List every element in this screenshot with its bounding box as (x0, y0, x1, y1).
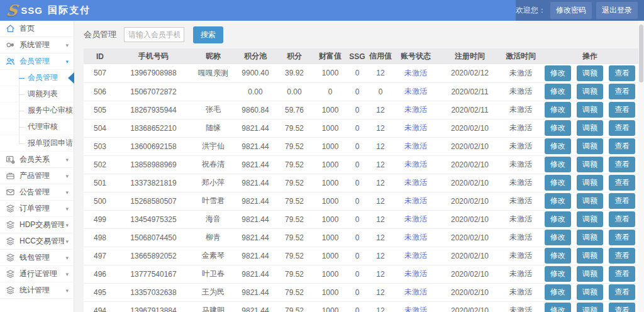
account-status-link[interactable]: 未激活 (393, 64, 438, 82)
cell-wealth: 1000 (314, 265, 347, 283)
cell-activate-time: 未激活 (501, 192, 540, 210)
modify-button[interactable]: 修改 (545, 230, 571, 245)
adjust-quota-button[interactable]: 调额 (577, 84, 603, 99)
logout-button[interactable]: 退出登录 (596, 2, 638, 19)
sidebar-item-statistics[interactable]: 统计管理 ▾ (0, 282, 74, 299)
cell-wealth: 1000 (314, 119, 347, 137)
cell-wealth: 1000 (314, 64, 347, 82)
member-phone-input[interactable] (124, 27, 184, 42)
top-header: S SSG 国际支付 欢迎您： 修改密码 退出登录 (0, 0, 644, 21)
adjust-quota-button[interactable]: 调额 (577, 303, 603, 312)
view-button[interactable]: 查看 (609, 193, 635, 209)
cell-wealth: 1000 (314, 228, 347, 247)
adjust-quota-button[interactable]: 调额 (577, 266, 603, 282)
sidebar-item-label: 产品管理 (19, 170, 64, 181)
chevron-down-icon: ▾ (65, 173, 69, 179)
adjust-quota-button[interactable]: 调额 (577, 102, 603, 118)
account-status-link[interactable]: 未激活 (393, 155, 438, 174)
adjust-quota-button[interactable]: 调额 (577, 230, 603, 245)
modify-button[interactable]: 修改 (545, 284, 571, 300)
view-button[interactable]: 查看 (609, 284, 635, 300)
modify-button[interactable]: 修改 (545, 303, 571, 312)
adjust-quota-button[interactable]: 调额 (577, 175, 603, 191)
modify-button[interactable]: 修改 (545, 193, 571, 209)
search-button[interactable]: 搜索 (193, 26, 223, 43)
modify-button[interactable]: 修改 (545, 65, 571, 81)
account-status-link[interactable]: 未激活 (393, 283, 438, 301)
account-status-link[interactable]: 未激活 (393, 265, 438, 283)
view-button[interactable]: 查看 (609, 102, 635, 118)
cell-points: 79.52 (275, 192, 314, 210)
modify-button[interactable]: 修改 (545, 138, 571, 154)
sidebar-item-products[interactable]: 产品管理 ▾ (0, 168, 74, 184)
sidebar-item-hcc-trade[interactable]: HCC交易管理 ▾ (0, 233, 74, 250)
view-button[interactable]: 查看 (609, 248, 635, 264)
sidebar-item-wallet[interactable]: 钱包管理 ▾ (0, 250, 74, 266)
chevron-down-icon: ▾ (65, 58, 69, 65)
account-status-link[interactable]: 未激活 (393, 210, 438, 228)
view-button[interactable]: 查看 (609, 65, 635, 81)
account-status-link[interactable]: 未激活 (393, 301, 438, 312)
view-button[interactable]: 查看 (609, 84, 635, 99)
sidebar-item-label: 会员关系 (19, 154, 64, 165)
view-button[interactable]: 查看 (609, 230, 635, 245)
account-status-link[interactable]: 未激活 (393, 228, 438, 247)
sidebar-item-hdp-trade[interactable]: HDP交易管理 ▾ (0, 217, 74, 233)
adjust-quota-button[interactable]: 调额 (577, 248, 603, 264)
view-button[interactable]: 查看 (609, 175, 635, 191)
adjust-quota-button[interactable]: 调额 (577, 211, 603, 227)
cell-actions: 修改 调额 查看 (540, 283, 640, 301)
view-button[interactable]: 查看 (609, 303, 635, 312)
account-status-link[interactable]: 未激活 (393, 137, 438, 155)
view-button[interactable]: 查看 (609, 266, 635, 282)
adjust-quota-button[interactable]: 调额 (577, 284, 603, 300)
modify-button[interactable]: 修改 (545, 248, 571, 264)
cell-credit: 12 (368, 210, 393, 228)
account-status-link[interactable]: 未激活 (393, 174, 438, 192)
sidebar-item-member-relations[interactable]: 会员关系 ▾ (0, 152, 74, 168)
sidebar-item-passport[interactable]: 通行证管理 ▾ (0, 266, 74, 282)
modify-button[interactable]: 修改 (545, 211, 571, 227)
cell-ssg: 0 (347, 155, 368, 174)
cell-id: 500 (84, 192, 116, 210)
view-button[interactable]: 查看 (609, 211, 635, 227)
adjust-quota-button[interactable]: 调额 (577, 138, 603, 154)
sidebar-item-members[interactable]: 会员管理 ▾ (0, 53, 74, 70)
user-area: 欢迎您： 修改密码 退出登录 (516, 0, 644, 21)
account-status-link[interactable]: 未激活 (393, 82, 438, 101)
sidebar-subitem-quota-list[interactable]: 调额列表 (0, 86, 74, 103)
cell-credit: 12 (368, 64, 393, 82)
adjust-quota-button[interactable]: 调额 (577, 157, 603, 172)
sidebar-item-announcements[interactable]: 公告管理 ▾ (0, 184, 74, 201)
view-button[interactable]: 查看 (609, 138, 635, 154)
adjust-quota-button[interactable]: 调额 (577, 193, 603, 209)
cell-points: 79.52 (275, 265, 314, 283)
account-status-link[interactable]: 未激活 (393, 192, 438, 210)
adjust-quota-button[interactable]: 调额 (577, 65, 603, 81)
account-status-link[interactable]: 未激活 (393, 119, 438, 137)
view-button[interactable]: 查看 (609, 120, 635, 136)
account-status-link[interactable]: 未激活 (393, 101, 438, 119)
sidebar-item-system[interactable]: 系统管理 ▾ (0, 37, 74, 53)
cell-register-time: 2020/02/10 (438, 119, 501, 137)
modify-button[interactable]: 修改 (545, 175, 571, 191)
cell-nickname: 随缘 (191, 119, 236, 137)
modify-button[interactable]: 修改 (545, 157, 571, 172)
modify-button[interactable]: 修改 (545, 120, 571, 136)
adjust-quota-button[interactable]: 调额 (577, 120, 603, 136)
modify-button[interactable]: 修改 (545, 266, 571, 282)
cell-activate-time: 未激活 (501, 119, 540, 137)
sidebar-subitem-member-manage[interactable]: 会员管理 (0, 70, 74, 86)
scrollbar-thumb[interactable] (639, 25, 643, 82)
sidebar-subitem-report-reject[interactable]: 报单驳回申请 (0, 135, 74, 152)
modify-button[interactable]: 修改 (545, 84, 571, 99)
change-password-button[interactable]: 修改密码 (550, 2, 592, 19)
sidebar-item-home[interactable]: 首页 (0, 21, 74, 37)
modify-button[interactable]: 修改 (545, 102, 571, 118)
sidebar-subitem-agent-audit[interactable]: 代理审核 (0, 119, 74, 135)
sidebar-subitem-service-audit[interactable]: 服务中心审核 (0, 103, 74, 119)
wallet-layers-icon (6, 253, 15, 262)
view-button[interactable]: 查看 (609, 157, 635, 172)
account-status-link[interactable]: 未激活 (393, 247, 438, 265)
sidebar-item-orders[interactable]: 订单管理 ▾ (0, 201, 74, 217)
